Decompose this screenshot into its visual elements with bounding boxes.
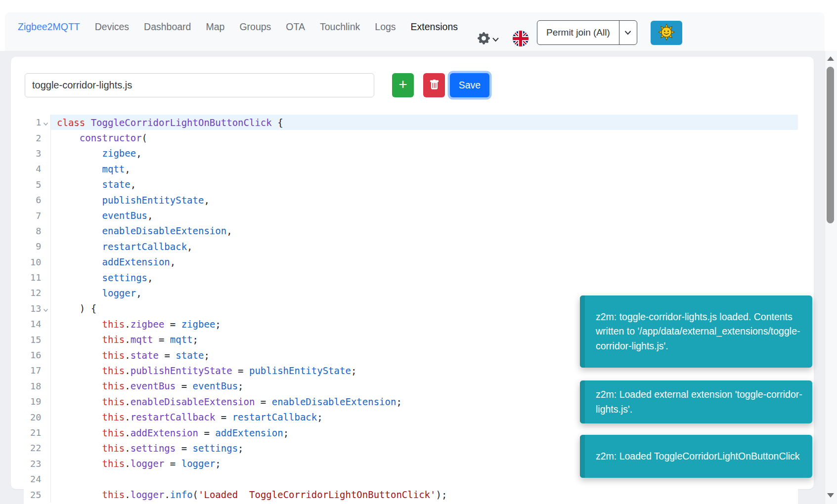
- scrollbar-down-arrow[interactable]: [827, 493, 834, 498]
- editor-gutter: 10: [24, 254, 51, 270]
- trash-icon: [429, 80, 440, 91]
- line-number: 1: [24, 117, 41, 127]
- line-number: 16: [24, 350, 41, 360]
- line-number: 7: [24, 210, 41, 221]
- line-number: 9: [24, 241, 41, 252]
- filename-input[interactable]: [25, 73, 374, 97]
- code-line-content[interactable]: this.logger.info('Loaded ToggleCorridorL…: [51, 487, 798, 502]
- extension-editor-card: + Save 1class ToggleCorridorLightOnButto…: [11, 57, 814, 489]
- code-line-content[interactable]: restartCallback,: [51, 239, 798, 254]
- line-number: 11: [24, 272, 41, 283]
- editor-gutter: 21: [24, 425, 51, 440]
- editor-line: 5 state,: [24, 177, 798, 192]
- editor-line: 9 restartCallback,: [24, 239, 798, 254]
- toast-message: z2m: Loaded ToggleCorridorLightOnButtonC…: [596, 449, 800, 464]
- code-line-content[interactable]: addExtension,: [51, 254, 798, 270]
- toast-notification[interactable]: z2m: Loaded external extension 'toggle-c…: [580, 380, 812, 423]
- editor-gutter: 1: [24, 115, 51, 130]
- permit-join-button[interactable]: Permit join (All): [537, 21, 619, 44]
- editor-line: 1class ToggleCorridorLightOnButtonClick …: [24, 115, 798, 130]
- line-number: 17: [24, 365, 41, 376]
- add-extension-button[interactable]: +: [392, 73, 414, 97]
- nav-item-extensions[interactable]: Extensions: [411, 21, 458, 33]
- line-number: 15: [24, 335, 41, 345]
- brand-link[interactable]: Zigbee2MQTT: [18, 21, 80, 33]
- editor-gutter: 14: [24, 316, 51, 332]
- uk-flag-icon[interactable]: [513, 31, 529, 46]
- editor-gutter: 16: [24, 347, 51, 363]
- editor-line: 25 this.logger.info('Loaded ToggleCorrid…: [24, 487, 798, 502]
- line-number: 14: [24, 319, 41, 329]
- editor-gutter: 23: [24, 456, 51, 471]
- editor-gutter: 19: [24, 394, 51, 409]
- scrollbar-up-arrow[interactable]: [827, 56, 834, 61]
- toast-notification[interactable]: z2m: toggle-corridor-lights.js loaded. C…: [580, 295, 812, 368]
- line-number: 24: [24, 474, 41, 484]
- code-line-content[interactable]: constructor(: [51, 130, 798, 145]
- editor-gutter: 25: [24, 487, 51, 502]
- nav-item-dashboard[interactable]: Dashboard: [144, 21, 191, 33]
- editor-line: 10 addExtension,: [24, 254, 798, 270]
- nav-item-ota[interactable]: OTA: [286, 21, 305, 33]
- editor-gutter: 13: [24, 301, 51, 316]
- line-number: 8: [24, 226, 41, 236]
- editor-gutter: 11: [24, 270, 51, 285]
- chevron-down-icon: [492, 35, 499, 44]
- code-line-content[interactable]: enableDisableExtension,: [51, 223, 798, 239]
- editor-gutter: 8: [24, 223, 51, 239]
- code-line-content[interactable]: zigbee,: [51, 146, 798, 161]
- editor-line: 8 enableDisableExtension,: [24, 223, 798, 239]
- permit-join-caret[interactable]: [619, 21, 637, 44]
- editor-line: 11 settings,: [24, 270, 798, 285]
- editor-gutter: 15: [24, 332, 51, 347]
- editor-gutter: 18: [24, 378, 51, 394]
- line-number: 12: [24, 288, 41, 298]
- sun-with-face-icon: [658, 24, 675, 42]
- line-number: 23: [24, 459, 41, 469]
- theme-toggle-button[interactable]: [651, 21, 682, 45]
- toast-message: z2m: Loaded external extension 'toggle-c…: [596, 387, 802, 417]
- save-button[interactable]: Save: [450, 73, 489, 97]
- code-line-content[interactable]: settings,: [51, 270, 798, 285]
- editor-line: 3 zigbee,: [24, 146, 798, 161]
- line-number: 18: [24, 381, 41, 391]
- line-number: 20: [24, 412, 41, 422]
- editor-gutter: 22: [24, 440, 51, 456]
- nav-item-touchlink[interactable]: Touchlink: [320, 21, 360, 33]
- code-line-content[interactable]: mqtt,: [51, 161, 798, 176]
- editor-gutter: 17: [24, 363, 51, 378]
- editor-gutter: 12: [24, 285, 51, 300]
- editor-gutter: 4: [24, 161, 51, 176]
- editor-line: 6 publishEntityState,: [24, 192, 798, 208]
- editor-line: 7 eventBus,: [24, 208, 798, 223]
- editor-gutter: 2: [24, 130, 51, 145]
- line-number: 5: [24, 179, 41, 190]
- line-number: 25: [24, 490, 41, 500]
- editor-gutter: 6: [24, 192, 51, 208]
- line-number: 2: [24, 133, 41, 143]
- code-line-content[interactable]: class ToggleCorridorLightOnButtonClick {: [51, 115, 798, 130]
- editor-gutter: 7: [24, 208, 51, 223]
- nav-item-devices[interactable]: Devices: [95, 21, 129, 33]
- code-line-content[interactable]: publishEntityState,: [51, 192, 798, 208]
- editor-gutter: 5: [24, 177, 51, 192]
- delete-extension-button[interactable]: [423, 73, 445, 97]
- page-scrollbar-thumb[interactable]: [827, 67, 834, 223]
- toast-notification[interactable]: z2m: Loaded ToggleCorridorLightOnButtonC…: [580, 435, 812, 478]
- line-number: 10: [24, 257, 41, 267]
- fold-chevron-icon[interactable]: [41, 308, 50, 312]
- fold-chevron-icon[interactable]: [41, 122, 50, 126]
- editor-line: 2 constructor(: [24, 130, 798, 145]
- nav-item-groups[interactable]: Groups: [239, 21, 271, 33]
- nav-item-map[interactable]: Map: [206, 21, 224, 33]
- navbar: Zigbee2MQTT Devices Dashboard Map Groups…: [5, 12, 825, 51]
- code-line-content[interactable]: eventBus,: [51, 208, 798, 223]
- permit-join-split-button: Permit join (All): [537, 20, 637, 45]
- editor-gutter: 24: [24, 471, 51, 487]
- gear-icon: [478, 32, 490, 46]
- code-line-content[interactable]: state,: [51, 177, 798, 192]
- editor-gutter: 3: [24, 146, 51, 161]
- settings-dropdown[interactable]: [478, 32, 499, 46]
- nav-item-logs[interactable]: Logs: [375, 21, 396, 33]
- line-number: 6: [24, 195, 41, 205]
